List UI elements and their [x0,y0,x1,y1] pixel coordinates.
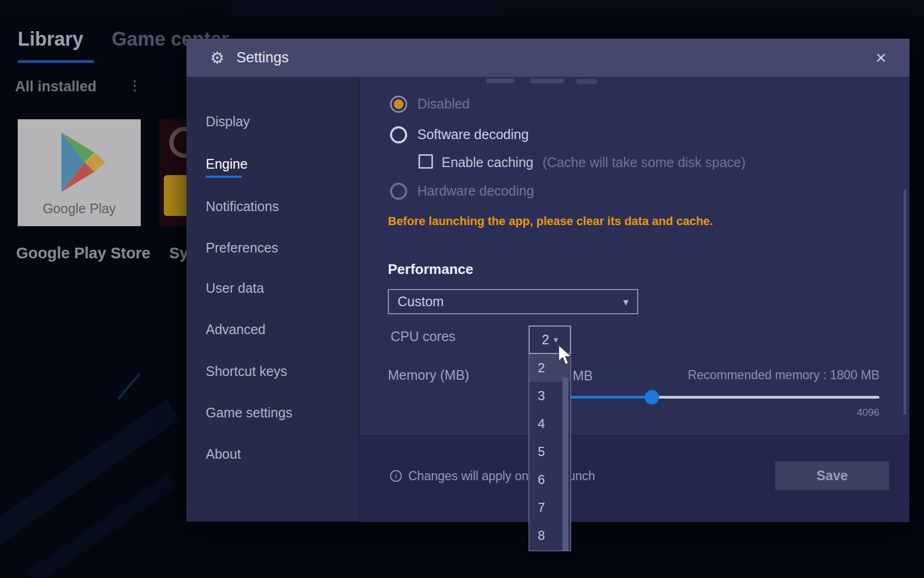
performance-mode-value: Custom [398,294,444,309]
sidebar-item-engine[interactable]: Engine [206,156,248,172]
sidebar-item-display[interactable]: Display [206,113,250,129]
dialog-header: ⚙ Settings ✕ [186,39,909,77]
app-label-google-play-store: Google Play Store [16,244,150,262]
sidebar-active-underline [206,176,242,178]
radio-disabled[interactable] [390,96,407,113]
top-bar-segment [505,0,924,16]
mouse-cursor [557,344,574,367]
screen: Library Game center All installed ⋮ Goog… [0,0,924,578]
chevron-down-icon: ▾ [553,335,558,345]
radio-software-decoding-label: Software decoding [417,127,529,142]
cpu-cores-dropdown: 2 3 4 5 6 7 8 [529,354,571,551]
app-tile-google-play: Google Play [18,119,141,226]
scrolled-content-remnant [530,78,565,83]
sidebar-item-game-settings[interactable]: Game settings [206,404,292,421]
checkbox-enable-caching[interactable] [418,154,433,169]
bg-streak [118,373,141,400]
performance-mode-select[interactable]: Custom ▾ [388,289,638,314]
top-bar-segment [0,0,231,16]
sidebar-item-shortcut-keys[interactable]: Shortcut keys [206,363,287,379]
bg-streak [0,400,180,548]
radio-software-decoding[interactable] [390,126,407,143]
sidebar-item-advanced[interactable]: Advanced [206,321,265,337]
filter-all-installed: All installed [15,78,97,95]
dropdown-scrollbar[interactable] [562,378,568,551]
tab-library-underline [18,60,94,63]
content-scrollbar[interactable] [904,189,906,415]
save-button[interactable]: Save [775,461,889,490]
radio-disabled-dot [394,99,403,109]
close-icon[interactable]: ✕ [869,46,893,70]
radio-hardware-decoding-label: Hardware decoding [417,183,534,199]
sidebar-item-about[interactable]: About [206,446,241,462]
cpu-cores-value: 2 [542,332,550,348]
cpu-cores-label: CPU cores [391,329,456,344]
checkbox-enable-caching-label: Enable caching (Cache will take some dis… [442,155,746,170]
memory-slider-handle[interactable] [645,390,659,404]
scrolled-content-remnant [576,79,597,84]
memory-max-value: 4096 [826,407,879,418]
more-options-icon: ⋮ [128,77,142,94]
radio-disabled-label: Disabled [417,96,470,112]
info-icon: i [390,470,402,482]
google-play-caption: Google Play [18,201,141,216]
performance-heading: Performance [388,261,473,278]
settings-dialog: ⚙ Settings ✕ Display Engine Notification… [186,39,909,522]
sidebar-item-user-data[interactable]: User data [206,280,264,296]
radio-hardware-decoding[interactable] [390,183,407,200]
sidebar-item-notifications[interactable]: Notifications [206,198,279,214]
warning-text: Before launching the app, please clear i… [388,214,713,228]
sidebar-item-preferences[interactable]: Preferences [206,240,278,256]
google-play-logo-icon [47,130,112,194]
memory-value-unit: MB [573,368,593,384]
scrolled-content-remnant [486,78,514,83]
memory-label: Memory (MB) [388,367,469,383]
gear-icon: ⚙ [210,48,225,67]
caching-label-text: Enable caching [442,155,533,170]
caching-note-text: (Cache will take some disk space) [543,155,746,170]
chevron-down-icon: ▾ [623,295,629,308]
recommended-memory-text: Recommended memory : 1800 MB [670,368,879,382]
dialog-title: Settings [236,49,289,66]
tab-library: Library [18,28,83,50]
